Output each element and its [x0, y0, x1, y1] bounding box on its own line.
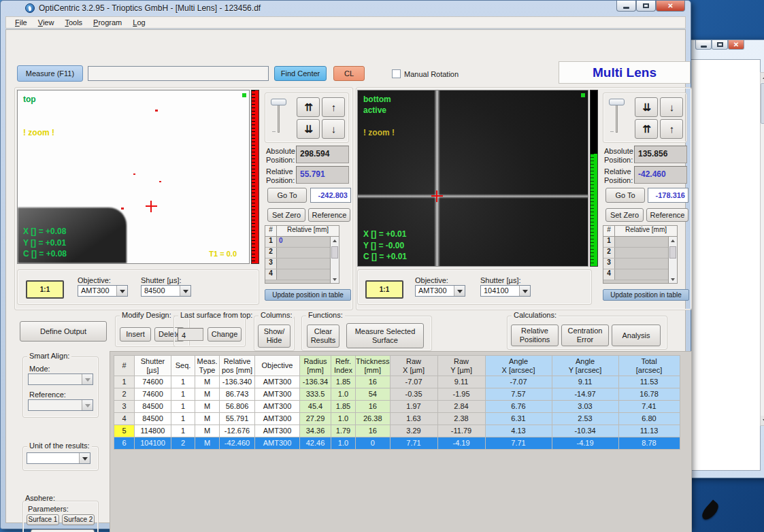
- maximize-button[interactable]: [636, 1, 656, 12]
- cell: 56.806: [220, 401, 255, 413]
- scale-1to1-button[interactable]: 1:1: [365, 280, 403, 299]
- insert-button[interactable]: Insert: [120, 327, 151, 342]
- surface-row[interactable]: 61041002M-42.460AMT30042.461.007.71-4.19…: [114, 437, 680, 450]
- cell: 26.38: [356, 413, 391, 425]
- camera-view-bottom[interactable]: bottom active ! zoom ! X [] = +0.01 Y []…: [357, 90, 588, 267]
- t1-label: T1 = 0.0: [209, 250, 237, 258]
- analysis-button[interactable]: Analysis: [612, 325, 661, 346]
- close-button[interactable]: ✕: [656, 1, 685, 12]
- position-row[interactable]: 4: [603, 269, 677, 280]
- measure-button[interactable]: Measure (F11): [17, 65, 83, 82]
- position-table[interactable]: #Relative [mm]1234: [603, 225, 678, 284]
- update-position-button[interactable]: Update position in table: [265, 289, 351, 301]
- menu-tools[interactable]: Tools: [60, 18, 87, 27]
- title-bar[interactable]: OptiCentric 3.2.95 - Trioptics GmbH - [M…: [1, 1, 691, 16]
- update-position-button[interactable]: Update position in table: [603, 289, 689, 301]
- goto-button[interactable]: Go To: [267, 188, 307, 203]
- bg-restore-button[interactable]: [712, 40, 728, 50]
- jog-down-button[interactable]: ↓: [322, 119, 345, 139]
- scrollbar-thumb[interactable]: [761, 83, 764, 124]
- focus-slider-handle[interactable]: [271, 99, 286, 105]
- goto-button[interactable]: Go To: [605, 188, 645, 203]
- centration-error-button[interactable]: Centration Error: [561, 325, 609, 346]
- change-button[interactable]: Change: [207, 327, 242, 342]
- column-header: Total [arcsec]: [618, 356, 680, 376]
- manual-rotation-checkbox[interactable]: [392, 69, 401, 78]
- jog-down-button[interactable]: ↓: [660, 97, 683, 117]
- position-row[interactable]: 2: [603, 248, 677, 259]
- reference-select[interactable]: [28, 399, 93, 411]
- shutter-select[interactable]: 104100: [480, 285, 531, 297]
- shutter-select[interactable]: 84500: [141, 285, 191, 297]
- objective-select[interactable]: AMT300: [415, 285, 465, 297]
- position-row[interactable]: 2: [265, 248, 339, 259]
- reference-button[interactable]: Reference: [646, 208, 688, 222]
- bg-minimize-button[interactable]: [695, 40, 712, 50]
- jog-double-down-button[interactable]: ⇊: [297, 119, 320, 139]
- table-scrollbar[interactable]: [330, 237, 339, 283]
- shutter-label: Shutter [µs]:: [141, 276, 182, 285]
- surface-row[interactable]: 3845001M56.806AMT30045.41.85161.972.846.…: [114, 401, 680, 413]
- scroll-up-icon: [331, 237, 339, 244]
- surface-row[interactable]: 51148001M-12.676AMT30034.361.79163.29-11…: [114, 425, 680, 437]
- measure-asphere-button[interactable]: Measure Asphere: [31, 529, 95, 532]
- column-header: Relative [mm]: [277, 226, 339, 236]
- menu-program[interactable]: Program: [88, 18, 127, 27]
- define-output-button[interactable]: Define Output: [20, 321, 107, 342]
- cell: 42.46: [300, 437, 331, 450]
- find-center-button[interactable]: Find Center: [274, 66, 327, 81]
- position-row[interactable]: 3: [265, 259, 339, 269]
- cell: 3.29: [390, 425, 437, 437]
- relative-positions-button[interactable]: Relative Positions: [511, 325, 559, 346]
- maximize-icon: [643, 3, 649, 8]
- scroll-down-icon[interactable]: [761, 416, 764, 425]
- camera-view-top[interactable]: top ! zoom ! X [] = +0.08 Y [] = +0.01 C…: [17, 90, 250, 264]
- objective-select[interactable]: AMT300: [78, 285, 128, 297]
- show-hide-button[interactable]: Show/ Hide: [258, 325, 290, 348]
- cl-button[interactable]: CL: [333, 66, 365, 81]
- jog-double-up-button[interactable]: ⇈: [635, 119, 658, 139]
- menu-log[interactable]: Log: [128, 18, 150, 27]
- position-row[interactable]: 3: [603, 259, 677, 269]
- minimize-button[interactable]: [616, 1, 636, 12]
- results-table: #Shutter [µs]Seq.Meas. TypeRelative pos …: [114, 355, 680, 450]
- combo-arrow-icon: [82, 400, 93, 410]
- position-table[interactable]: #Relative [mm]10234: [265, 225, 339, 284]
- position-row[interactable]: 10: [265, 237, 339, 248]
- focus-slider[interactable]: [278, 101, 280, 133]
- surface2-button[interactable]: Surface 2: [62, 514, 95, 525]
- relative-position-value: -42.460: [634, 166, 687, 184]
- position-row[interactable]: 4: [265, 269, 339, 280]
- set-zero-button[interactable]: Set Zero: [267, 208, 305, 222]
- jog-double-up-button[interactable]: ⇈: [297, 97, 320, 117]
- position-row[interactable]: 1: [603, 237, 677, 248]
- scroll-up-icon[interactable]: [761, 73, 764, 82]
- table-scrollbar[interactable]: [668, 237, 677, 283]
- bg-close-button[interactable]: ✕: [728, 40, 744, 50]
- toolbar-input[interactable]: [88, 66, 269, 81]
- surface-row[interactable]: 4845001M55.791AMT30027.291.026.381.632.3…: [114, 413, 680, 425]
- jog-double-down-button[interactable]: ⇊: [635, 97, 658, 117]
- menu-file[interactable]: File: [10, 18, 32, 27]
- goto-input[interactable]: [648, 188, 688, 203]
- clear-results-button[interactable]: Clear Results: [307, 325, 339, 348]
- cell: 74600: [135, 376, 171, 388]
- set-zero-button[interactable]: Set Zero: [605, 208, 644, 222]
- menu-view[interactable]: View: [33, 18, 59, 27]
- focus-slider[interactable]: [616, 101, 618, 133]
- jog-up-button[interactable]: ↑: [660, 119, 683, 139]
- scale-1to1-button[interactable]: 1:1: [26, 280, 64, 299]
- jog-up-button[interactable]: ↑: [322, 97, 345, 117]
- measure-selected-button[interactable]: Measure Selected Surface: [346, 323, 424, 348]
- cell: 7.71: [390, 437, 437, 450]
- surface-row[interactable]: 2746001M86.743AMT300333.51.054-0.35-1.95…: [114, 388, 680, 401]
- cell: -4.19: [437, 437, 485, 450]
- focus-slider-handle[interactable]: [609, 99, 625, 105]
- mode-select[interactable]: [28, 373, 93, 385]
- surface1-button[interactable]: Surface 1: [27, 514, 59, 525]
- unit-select[interactable]: [27, 452, 90, 464]
- goto-input[interactable]: [310, 188, 351, 203]
- surface-row[interactable]: 1746001M-136.340AMT300-136.341.8516-7.07…: [114, 376, 680, 388]
- reference-button[interactable]: Reference: [308, 208, 350, 222]
- bg-window-scrollbar[interactable]: [760, 72, 764, 426]
